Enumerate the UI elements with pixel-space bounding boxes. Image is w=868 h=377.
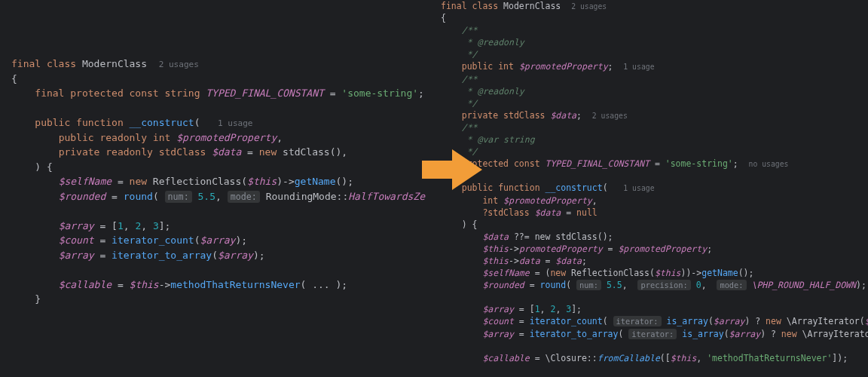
code-block-right[interactable]: final class ModernClass 2 usages { /** *… [441,0,868,364]
usage-hint[interactable]: 2 usages [159,60,199,69]
editor-left-pane: final class ModernClass 2 usages { final… [0,0,426,377]
param-hint: mode: [228,191,260,203]
arrow-icon [418,147,486,197]
param-hint: num: [165,191,192,203]
code-block-left[interactable]: final class ModernClass 2 usages { final… [11,57,426,307]
keyword: final class [11,58,82,69]
editor-right-pane: final class ModernClass 2 usages { /** *… [426,0,868,377]
